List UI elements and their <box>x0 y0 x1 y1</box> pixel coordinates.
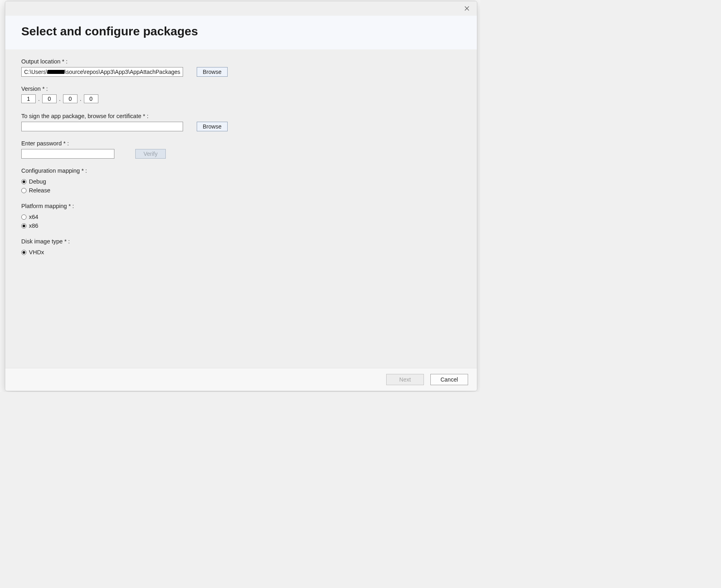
version-dot: . <box>79 96 82 102</box>
version-major-input[interactable] <box>21 94 36 103</box>
output-location-input[interactable]: C:\Users\\source\repos\App3\App3\AppAtta… <box>21 67 183 77</box>
platform-mapping-label: Platform mapping * : <box>21 203 461 209</box>
radio-label: Debug <box>29 178 46 185</box>
version-minor-input[interactable] <box>42 94 57 103</box>
verify-button[interactable]: Verify <box>135 149 166 159</box>
dialog: Select and configure packages Output loc… <box>5 1 477 391</box>
radio-label: VHDx <box>29 249 44 255</box>
radio-icon <box>21 223 26 229</box>
radio-vhdx[interactable]: VHDx <box>21 248 461 257</box>
next-button[interactable]: Next <box>386 374 424 385</box>
radio-release[interactable]: Release <box>21 186 461 195</box>
radio-debug[interactable]: Debug <box>21 177 461 186</box>
disk-image-type-label: Disk image type * : <box>21 238 461 245</box>
output-path-prefix: C:\Users\ <box>24 69 47 75</box>
radio-icon <box>21 214 26 220</box>
configuration-mapping-label: Configuration mapping * : <box>21 167 461 174</box>
titlebar <box>5 1 477 16</box>
radio-label: Release <box>29 187 50 194</box>
radio-label: x86 <box>29 223 38 229</box>
content: Output location * : C:\Users\\source\rep… <box>5 49 477 368</box>
version-patch-input[interactable] <box>63 94 77 103</box>
page-title: Select and configure packages <box>21 24 461 38</box>
radio-icon <box>21 188 26 193</box>
footer: Next Cancel <box>5 368 477 391</box>
password-label: Enter password * : <box>21 140 461 147</box>
radio-icon <box>21 250 26 255</box>
disk-image-type-group: Disk image type * : VHDx <box>21 238 461 257</box>
browse-certificate-button[interactable]: Browse <box>197 122 228 131</box>
header: Select and configure packages <box>5 16 477 49</box>
certificate-input[interactable] <box>21 122 183 131</box>
certificate-label: To sign the app package, browse for cert… <box>21 113 461 119</box>
output-path-redacted <box>47 70 65 74</box>
version-dot: . <box>37 96 41 102</box>
password-input[interactable] <box>21 149 114 159</box>
version-dot: . <box>58 96 61 102</box>
platform-mapping-group: Platform mapping * : x64 x86 <box>21 203 461 230</box>
close-icon <box>464 6 469 11</box>
cancel-button[interactable]: Cancel <box>430 374 468 385</box>
radio-x64[interactable]: x64 <box>21 212 461 221</box>
close-button[interactable] <box>458 2 475 14</box>
radio-icon <box>21 179 26 184</box>
configuration-mapping-group: Configuration mapping * : Debug Release <box>21 167 461 195</box>
output-path-suffix: \source\repos\App3\App3\AppAttachPackage… <box>65 69 180 75</box>
version-label: Version * : <box>21 86 461 92</box>
output-location-label: Output location * : <box>21 58 461 65</box>
radio-x86[interactable]: x86 <box>21 221 461 230</box>
browse-output-button[interactable]: Browse <box>197 67 228 77</box>
radio-label: x64 <box>29 214 38 220</box>
version-build-input[interactable] <box>84 94 98 103</box>
